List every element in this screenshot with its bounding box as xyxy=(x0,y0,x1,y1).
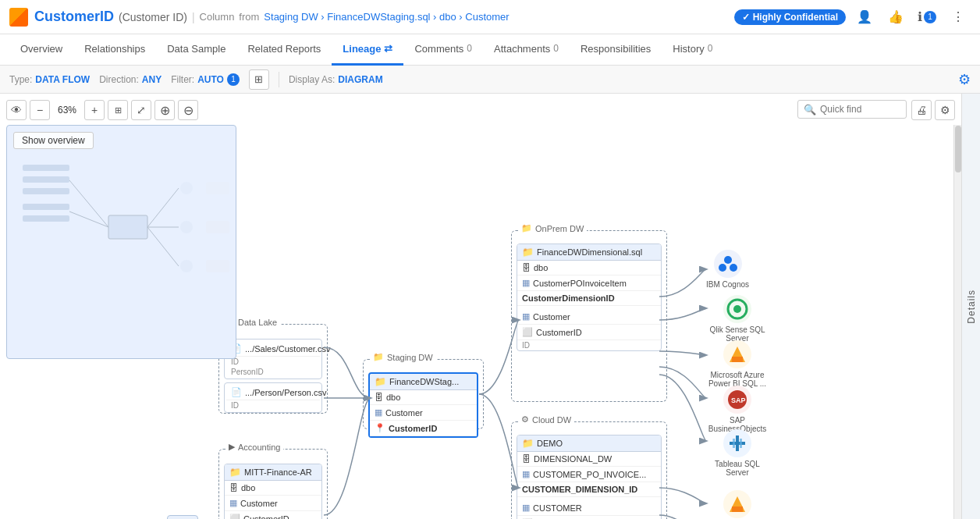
staging-dw-label: 📁 Staging DW xyxy=(370,352,436,362)
svg-point-17 xyxy=(724,256,732,264)
cloud-dw-label: ⚙ Cloud DW xyxy=(518,414,574,425)
svg-rect-1 xyxy=(23,176,69,183)
svg-point-12 xyxy=(180,221,193,233)
azure-sql-node: Microsoft Azure Power BI SQL ... xyxy=(706,340,769,388)
toolbar-right: ⚙ xyxy=(958,71,971,88)
tableau-sql-icon xyxy=(723,429,751,457)
svg-rect-3 xyxy=(23,204,69,210)
zoom-level: 63% xyxy=(53,105,81,116)
column-type-label: Column xyxy=(200,11,235,23)
from-label: from xyxy=(239,11,259,23)
notification-badge: 1 xyxy=(924,11,936,23)
info-icon[interactable]: ℹ 1 xyxy=(914,5,939,30)
svg-point-18 xyxy=(719,264,726,272)
lineage-toolbar: Type: DATA FLOW Direction: ANY Filter: A… xyxy=(0,66,980,94)
thumbs-up-icon[interactable]: 👍 xyxy=(883,5,908,30)
svg-rect-7 xyxy=(108,215,147,239)
azure-snow-node: Microsoft Azure Power BI Sno... xyxy=(706,490,769,519)
svg-rect-0 xyxy=(23,165,69,171)
app-logo xyxy=(9,8,28,27)
toolbar-separator xyxy=(279,72,279,87)
zoom-bar: 👁 − 63% + ⊞ ⤢ ⊕ ⊖ xyxy=(6,100,198,120)
canvas-settings-icon[interactable]: ⚙ xyxy=(935,100,955,120)
type-filter: Type: DATA FLOW xyxy=(9,74,90,85)
print-icon[interactable]: 🖨 xyxy=(911,100,932,120)
svg-line-6 xyxy=(69,212,108,227)
ibm-cognos-node: IBM Cognos xyxy=(706,250,749,289)
svg-rect-23 xyxy=(732,357,743,362)
more-menu-icon[interactable]: ⋮ xyxy=(946,5,971,30)
tab-comments[interactable]: Comments 0 xyxy=(403,34,483,66)
quick-find-container: 🔍 xyxy=(797,100,907,119)
svg-point-13 xyxy=(180,260,193,272)
toolbar-settings-icon[interactable]: ⚙ xyxy=(958,71,971,88)
svg-line-8 xyxy=(147,188,179,227)
sap-icon: SAP xyxy=(723,386,751,414)
tab-responsibilities[interactable]: Responsibilities xyxy=(570,34,662,66)
sales-csv-node[interactable]: 📄.../Sales/Customer.csv ID PersonID xyxy=(224,339,322,379)
svg-rect-15 xyxy=(206,221,229,233)
tab-lineage[interactable]: Lineage ⇄ xyxy=(332,34,403,66)
svg-point-11 xyxy=(180,182,193,194)
qlik-sql-icon xyxy=(723,295,751,323)
mitt-finance-node[interactable]: 📁MITT-Finance-AR 🗄dbo ▦Customer ⬜Custome… xyxy=(224,464,322,519)
column-alias: (Customer ID) xyxy=(119,11,187,23)
azure-sql-icon xyxy=(723,340,751,368)
filter-icon-btn[interactable]: ⊞ xyxy=(249,69,269,90)
column-name: CustomerID xyxy=(34,9,114,25)
sap-node: SAP SAP BusinessObjects xyxy=(706,386,769,433)
svg-point-21 xyxy=(733,305,741,313)
details-panel[interactable]: Details xyxy=(961,94,980,519)
svg-point-19 xyxy=(730,264,737,272)
paytrans-icon: 📂 xyxy=(167,515,198,519)
zoom-expand-btn[interactable]: ⤢ xyxy=(131,100,151,120)
tab-attachments[interactable]: Attachments 0 xyxy=(483,34,570,66)
app-header: CustomerID (Customer ID) | Column from S… xyxy=(0,0,980,34)
overview-minimap: Show overview xyxy=(6,125,236,359)
zoom-eye-btn[interactable]: 👁 xyxy=(6,100,27,120)
tab-data-sample[interactable]: Data Sample xyxy=(156,34,236,66)
onprem-dw-label: 📁 OnPrem DW xyxy=(518,223,587,233)
staging-dw-node[interactable]: 📁FinanceDWStag... 🗄dbo ▦Customer 📍Custom… xyxy=(368,372,478,438)
svg-rect-14 xyxy=(206,182,229,194)
svg-rect-27 xyxy=(730,442,745,445)
svg-line-5 xyxy=(69,180,108,227)
filter-option: Filter: AUTO 1 xyxy=(171,73,240,86)
person-csv-node[interactable]: 📄.../Person/Person.csv ID xyxy=(224,382,322,413)
svg-rect-16 xyxy=(206,260,229,272)
svg-rect-28 xyxy=(733,439,735,448)
tableau-sql-node: Tableau SQL Server xyxy=(706,429,769,477)
lineage-canvas[interactable]: 👁 − 63% + ⊞ ⤢ ⊕ ⊖ 🔍 🖨 ⚙ Show overview xyxy=(0,94,961,519)
expand-all-btn[interactable]: ⊕ xyxy=(154,100,175,120)
tab-overview[interactable]: Overview xyxy=(9,34,73,66)
vertical-scrollbar[interactable] xyxy=(953,125,961,519)
zoom-out-btn[interactable]: − xyxy=(30,100,50,120)
breadcrumb[interactable]: Staging DW › FinanceDWStaging.sql › dbo … xyxy=(264,11,509,23)
ibm-cognos-label: IBM Cognos xyxy=(706,280,749,289)
onprem-dw-node[interactable]: 📁FinanceDWDimensional.sql 🗄dbo ▦Customer… xyxy=(517,244,662,351)
qlik-sql-node: Qlik Sense SQL Server xyxy=(706,295,769,343)
svg-line-10 xyxy=(147,227,179,266)
azure-snow-icon xyxy=(723,490,751,518)
user-icon[interactable]: 👤 xyxy=(852,5,877,30)
accounting-container: ▶ Accounting 📁MITT-Finance-AR 🗄dbo ▦Cust… xyxy=(218,449,328,519)
tab-related-reports[interactable]: Related Reports xyxy=(236,34,332,66)
scrollbar-thumb[interactable] xyxy=(955,126,961,172)
svg-rect-29 xyxy=(740,439,742,448)
ibm-cognos-icon xyxy=(714,250,742,278)
cloud-dw-node[interactable]: 📁DEMO 🗄DIMENSIONAL_DW ▦CUSTOMER_PO_INVOI… xyxy=(517,435,662,519)
zoom-in-btn[interactable]: + xyxy=(84,100,105,120)
header-right: Highly Confidential 👤 👍 ℹ 1 ⋮ xyxy=(734,5,971,30)
zoom-fit-btn[interactable]: ⊞ xyxy=(108,100,128,120)
tab-history[interactable]: History 0 xyxy=(662,34,723,66)
svg-rect-31 xyxy=(732,507,743,512)
tab-relationships[interactable]: Relationships xyxy=(73,34,156,66)
cloud-dw-container: ⚙ Cloud DW 📁DEMO 🗄DIMENSIONAL_DW ▦CUSTOM… xyxy=(511,421,667,519)
accounting-label: ▶ Accounting xyxy=(225,442,283,452)
quick-find-actions: 🖨 ⚙ xyxy=(911,100,955,120)
details-panel-label: Details xyxy=(966,290,977,324)
collapse-all-btn[interactable]: ⊖ xyxy=(178,100,198,120)
onprem-dw-container: 📁 OnPrem DW 📁FinanceDWDimensional.sql 🗄d… xyxy=(511,230,667,402)
header-separator: | xyxy=(192,11,195,23)
tab-bar: Overview Relationships Data Sample Relat… xyxy=(0,34,980,66)
